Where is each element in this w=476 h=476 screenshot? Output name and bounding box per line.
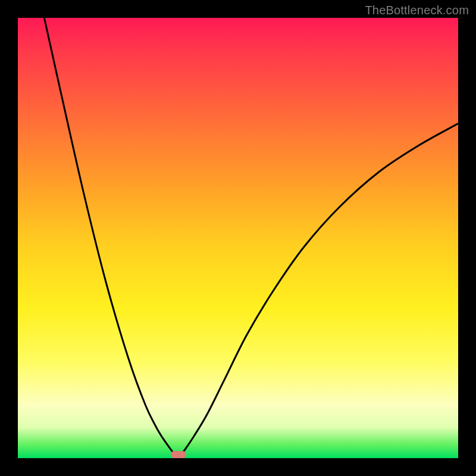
minimum-marker — [171, 451, 186, 458]
curve-right-branch — [178, 124, 458, 458]
curve-left-branch — [44, 18, 178, 458]
watermark-text: TheBottleneck.com — [365, 4, 469, 17]
chart-plot-area — [18, 18, 458, 458]
bottleneck-curve — [18, 18, 458, 458]
